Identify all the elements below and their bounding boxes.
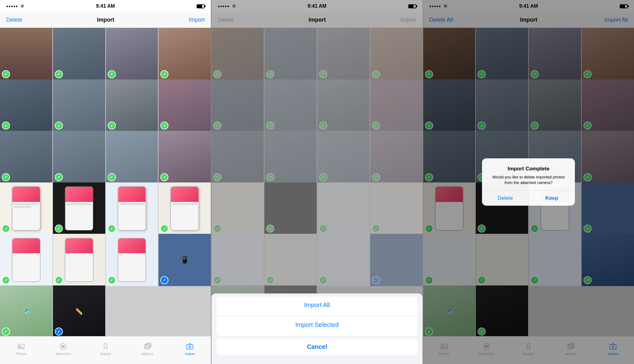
check-badge: ✓ [2, 173, 10, 181]
photo-cell[interactable]: ✓ [106, 28, 158, 80]
import-complete-dialog: Import Complete Would you like to delete… [482, 158, 575, 206]
shared-icon [101, 342, 110, 351]
battery-icon [197, 4, 205, 8]
tab-photos[interactable]: Photos [12, 342, 30, 356]
import-icon [185, 342, 194, 351]
photo-cell[interactable]: ✓ [158, 182, 211, 235]
signal-icons: ●●●●● ⌘ [6, 4, 24, 8]
photo-cell[interactable]: ✓ [0, 28, 52, 80]
nav-bar-1: Delete Import Import [0, 12, 211, 28]
phone-screen-3: ●●●●● ⌘ 9:41 AM Delete All Import Import… [423, 0, 634, 364]
alert-buttons: Delete Keep [482, 191, 575, 206]
photo-cell[interactable]: ✏️ ✓ [53, 285, 105, 336]
tab-label-import: Import [185, 352, 195, 356]
status-bar-1: ●●●●● ⌘ 9:41 AM [0, 0, 211, 12]
tab-shared[interactable]: Shared [96, 342, 115, 356]
alert-overlay: Import Complete Would you like to delete… [423, 0, 634, 364]
check-badge: ✓ [55, 70, 63, 78]
check-badge: ✓ [2, 276, 10, 284]
photo-cell[interactable]: ✓ [0, 79, 52, 132]
tab-bar-1: Photos Memories Shared [0, 336, 211, 364]
check-badge: ✓ [160, 173, 168, 181]
check-badge: ✓ [55, 173, 63, 181]
photo-cell[interactable]: ✓ [106, 79, 158, 132]
tab-import[interactable]: Import [180, 342, 199, 356]
phone-screen-1: ●●●●● ⌘ 9:41 AM Delete Import Import ✓ ✓… [0, 0, 211, 364]
delete-alert-button[interactable]: Delete [482, 191, 528, 206]
photo-cell[interactable]: ✓ [158, 131, 211, 183]
battery-area [197, 4, 205, 8]
check-badge: ✓ [2, 70, 10, 78]
check-badge: ✓ [108, 122, 116, 130]
check-badge: ✓ [55, 328, 63, 336]
check-badge: ✓ [55, 225, 63, 233]
check-badge: ✓ [2, 122, 10, 130]
tab-albums[interactable]: Albums [138, 342, 157, 356]
photo-cell[interactable]: ✓ [0, 182, 52, 235]
alert-title: Import Complete [488, 166, 569, 172]
svg-rect-7 [187, 345, 193, 349]
action-sheet-overlay: Import All Import Selected Cancel [211, 0, 422, 364]
check-badge: ✓ [108, 225, 116, 233]
photo-cell[interactable]: ✓ [0, 131, 52, 183]
photos-icon [17, 342, 25, 351]
photo-cell[interactable]: ✓ [106, 234, 158, 286]
check-badge: ✓ [55, 122, 63, 130]
tab-memories[interactable]: Memories [54, 342, 72, 356]
photo-cell[interactable]: ✓ [158, 79, 211, 132]
photo-cell[interactable]: ✓ [106, 131, 158, 183]
svg-rect-5 [145, 344, 150, 348]
phone-screen-2: ●●●●● ⌘ 9:41 AM Delete Import Import ✓ ✓… [211, 0, 422, 364]
check-badge: ✓ [160, 70, 168, 78]
import-button[interactable]: Import [189, 17, 205, 23]
action-sheet-group: Import All Import Selected [216, 297, 417, 336]
nav-title: Import [97, 17, 114, 23]
photo-cell[interactable]: ✓ [53, 182, 105, 235]
tab-label-albums: Albums [142, 352, 154, 356]
signal-dots: ●●●●● [6, 4, 18, 8]
battery-fill [197, 5, 202, 8]
action-sheet: Import All Import Selected Cancel [211, 293, 422, 364]
svg-marker-3 [63, 345, 65, 347]
tab-label-photos: Photos [16, 352, 26, 356]
photo-grid-1: ✓ ✓ ✓ ✓ ✓ ✓ ✓ ✓ ✓ ✓ ✓ [0, 28, 211, 336]
photo-cell[interactable]: ✓ [53, 234, 105, 286]
photo-cell[interactable]: ✓ [0, 234, 52, 286]
photo-cell[interactable]: ✓ [53, 28, 105, 80]
photo-cell[interactable]: ✓ [53, 131, 105, 183]
alert-body: Import Complete Would you like to delete… [482, 158, 575, 191]
check-badge: ✓ [108, 173, 116, 181]
albums-icon [143, 342, 152, 351]
memories-icon [59, 342, 67, 351]
photo-cell[interactable]: ✓ [106, 182, 158, 235]
wifi-icon: ⌘ [20, 4, 24, 8]
check-badge: ✓ [108, 70, 116, 78]
photo-cell[interactable]: ✓ [53, 79, 105, 132]
tab-label-memories: Memories [56, 352, 71, 356]
photo-cell[interactable]: 📱 ✓ [158, 234, 211, 286]
photo-cell[interactable]: ✓ [158, 28, 211, 80]
import-selected-button[interactable]: Import Selected [216, 316, 417, 333]
photo-cell[interactable]: 🗺️ ✓ [0, 285, 52, 336]
keep-alert-button[interactable]: Keep [529, 191, 575, 206]
check-badge: ✓ [55, 276, 63, 284]
alert-message: Would you like to delete imported photos… [488, 174, 569, 186]
check-badge: ✓ [160, 122, 168, 130]
import-all-button[interactable]: Import All [216, 297, 417, 314]
svg-point-1 [19, 345, 21, 347]
tab-label-shared: Shared [100, 352, 111, 356]
cancel-button[interactable]: Cancel [216, 338, 417, 355]
delete-button[interactable]: Delete [6, 17, 22, 23]
svg-point-8 [189, 346, 191, 348]
check-badge: ✓ [108, 276, 116, 284]
status-time: 9:41 AM [96, 3, 115, 9]
